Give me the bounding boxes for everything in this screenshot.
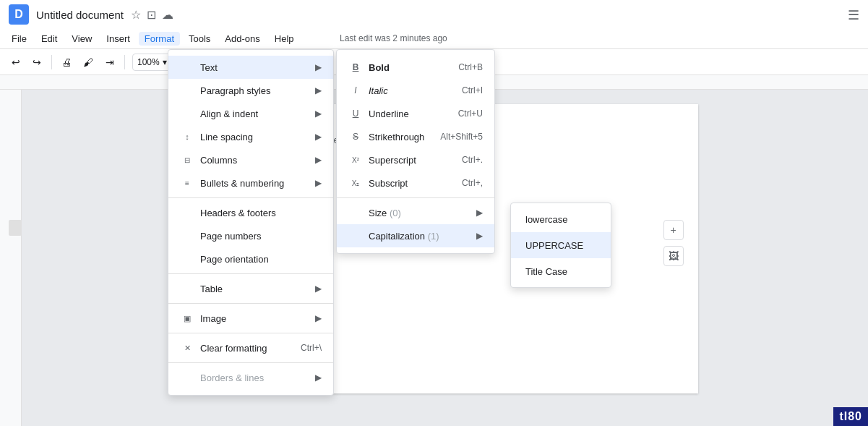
menu-edit[interactable]: Edit [35,32,63,46]
italic-shortcut: Ctrl+I [462,85,483,95]
ti80-logo: tI80 [833,407,868,426]
capitalization-submenu[interactable]: lowercase UPPERCASE Title Case [510,203,611,288]
clearformat-icon: ✕ [180,344,194,353]
subscript-icon: X₂ [348,179,363,187]
underline-shortcut: Ctrl+U [458,108,483,119]
format-paragraph-item[interactable]: Paragraph styles ▶ [168,79,333,102]
format-text-item[interactable]: Text ▶ [168,56,333,79]
format-menu[interactable]: Text ▶ Paragraph styles ▶ Align & indent… [168,49,334,396]
table-arrow: ▶ [315,284,322,294]
strikethrough-shortcut: Alt+Shift+5 [440,132,483,142]
page-indicator [9,191,22,236]
text-section-2: Size (0) ▶ Capitalization (1) ▶ [337,198,494,250]
menu-addons[interactable]: Add-ons [219,32,265,46]
columns-icon: ⊟ [180,156,194,164]
left-panel [0,90,22,426]
cap-label: Capitalization (1) [369,231,470,242]
right-actions: + 🖼 [663,220,684,266]
table-label: Table [200,284,309,294]
size-label: Size (0) [369,208,470,218]
menu-help[interactable]: Help [269,32,300,46]
format-image-item[interactable]: ▣ Image ▶ [168,307,333,330]
text-size-item[interactable]: Size (0) ▶ [337,201,494,224]
title-icons: ☆ ⊡ ☁ [131,8,173,22]
subscript-shortcut: Ctrl+, [462,178,483,188]
size-arrow: ▶ [476,208,483,218]
cap-uppercase-item[interactable]: UPPERCASE [511,232,611,258]
linespace-label: Line spacing [200,132,309,142]
text-italic-item[interactable]: I Italic Ctrl+I [337,79,494,102]
toolbar-history: ↩ ↪ [6,52,47,72]
cap-lowercase-item[interactable]: lowercase [511,206,611,232]
cap-arrow: ▶ [476,231,483,241]
italic-label: Italic [369,85,450,96]
lowercase-label: lowercase [525,214,568,225]
text-subscript-item[interactable]: X₂ Subscript Ctrl+, [337,171,494,195]
format-section-1: Text ▶ Paragraph styles ▶ Align & indent… [168,53,333,198]
redo-button[interactable]: ↪ [27,52,47,72]
zoom-value: 100% [137,57,160,67]
superscript-label: Superscript [369,155,450,166]
print-button[interactable]: 🖨 [56,52,77,72]
indent-button[interactable]: ⇥ [100,52,120,72]
borders-label: Borders & lines [200,372,309,383]
clearformat-label: Clear formatting [200,343,289,354]
menu-tools[interactable]: Tools [183,32,216,46]
image-label: Image [200,313,309,324]
undo-button[interactable]: ↩ [6,52,26,72]
superscript-icon: X² [348,156,363,164]
format-section-5: ✕ Clear formatting Ctrl+\ [168,333,333,363]
text-label: Text [200,62,309,73]
history-icon[interactable]: ⊡ [147,8,156,22]
zoom-select[interactable]: 100% ▾ [132,54,172,71]
format-pagenumbers-item[interactable]: Page numbers [168,224,333,247]
text-submenu[interactable]: B Bold Ctrl+B I Italic Ctrl+I U Underlin… [336,49,495,254]
format-clearformat-item[interactable]: ✕ Clear formatting Ctrl+\ [168,336,333,359]
text-bold-item[interactable]: B Bold Ctrl+B [337,56,494,79]
format-columns-item[interactable]: ⊟ Columns ▶ [168,148,333,171]
pagenumbers-label: Page numbers [200,231,322,242]
format-section-3: Table ▶ [168,274,333,304]
text-arrow: ▶ [315,62,322,72]
menu-file[interactable]: File [6,32,33,46]
headers-label: Headers & footers [200,208,322,218]
format-align-item[interactable]: Align & indent ▶ [168,102,333,125]
format-section-2: Headers & footers Page numbers Page orie… [168,198,333,274]
document-title[interactable]: Untitled document [36,9,124,21]
menu-bar: File Edit View Insert Format Tools Add-o… [0,29,868,49]
menu-format[interactable]: Format [139,32,180,46]
chat-icon[interactable]: ☰ [848,7,859,23]
image-button[interactable]: 🖼 [663,246,684,266]
text-strikethrough-item[interactable]: S Strikethrough Alt+Shift+5 [337,125,494,148]
paragraph-arrow: ▶ [315,85,322,95]
format-bullets-item[interactable]: ≡ Bullets & numbering ▶ [168,171,333,195]
format-borders-item[interactable]: Borders & lines ▶ [168,366,333,389]
text-underline-item[interactable]: U Underline Ctrl+U [337,102,494,125]
menu-insert[interactable]: Insert [100,32,136,46]
text-capitalization-item[interactable]: Capitalization (1) ▶ [337,224,494,247]
text-section-1: B Bold Ctrl+B I Italic Ctrl+I U Underlin… [337,53,494,198]
underline-icon: U [348,108,363,119]
cap-titlecase-item[interactable]: Title Case [511,258,611,284]
uppercase-label: UPPERCASE [525,240,583,251]
star-icon[interactable]: ☆ [131,8,141,22]
format-section-6: Borders & lines ▶ [168,363,333,392]
image-arrow: ▶ [315,313,322,323]
format-pageorientation-item[interactable]: Page orientation [168,247,333,270]
paintformat-button[interactable]: 🖌 [78,52,98,72]
subscript-label: Subscript [369,178,450,189]
strikethrough-icon: S [348,132,363,142]
cloud-icon[interactable]: ☁ [162,8,173,22]
add-row-button[interactable]: + [663,220,684,240]
text-superscript-item[interactable]: X² Superscript Ctrl+. [337,148,494,171]
pageorientation-label: Page orientation [200,254,322,265]
titlecase-label: Title Case [525,266,567,277]
last-edit-text: Last edit was 2 minutes ago [340,33,447,43]
bullets-arrow: ▶ [315,178,322,188]
menu-view[interactable]: View [66,32,98,46]
format-table-item[interactable]: Table ▶ [168,277,333,300]
strikethrough-label: Strikethrough [369,132,429,142]
format-headers-item[interactable]: Headers & footers [168,201,333,224]
format-linespace-item[interactable]: ↕ Line spacing ▶ [168,125,333,148]
superscript-shortcut: Ctrl+. [462,155,483,165]
